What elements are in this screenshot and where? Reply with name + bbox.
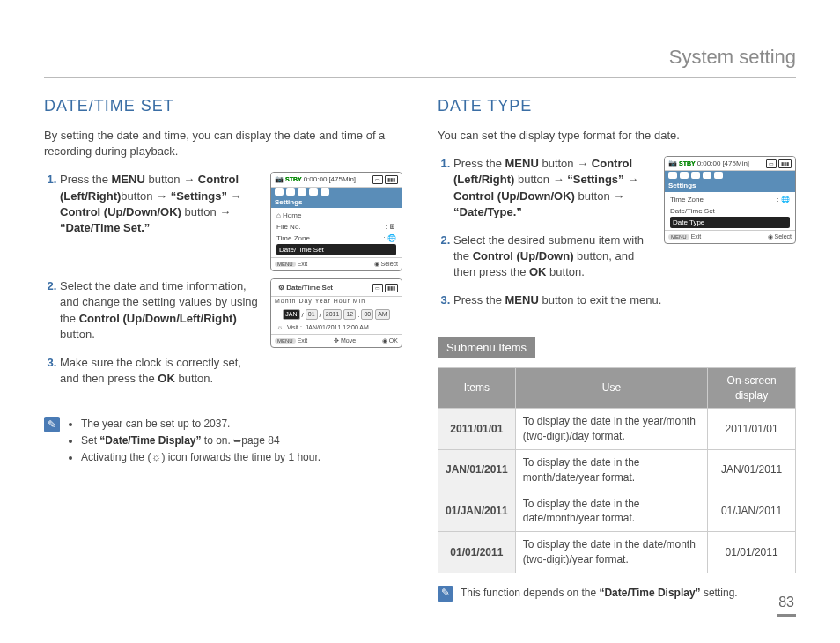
- left-step-2: Select the date and time information, an…: [60, 278, 262, 343]
- submenu-header: Submenu Items: [438, 337, 535, 358]
- left-step-1: Press the MENU button → Control (Left/Ri…: [60, 172, 262, 236]
- dst-icon: ☼: [275, 323, 285, 332]
- battery-icon: ▮▮▮: [385, 175, 398, 184]
- device-screenshot-datetime: ⚙ Date/Time Set ▭▮▮▮ Month Day Year Hour…: [270, 278, 402, 347]
- table-row: 01/01/2011To display the date in the dat…: [438, 532, 796, 573]
- note-icon: ✎: [44, 417, 60, 432]
- device-screenshot-settings: 📷 STBY 0:00:00 [475Min] ▭▮▮▮ Settings ⌂ …: [270, 172, 402, 271]
- table-row: 2011/01/01To display the date in the yea…: [438, 409, 796, 450]
- battery-icon: ▮▮▮: [385, 284, 398, 292]
- tip-1: The year can be set up to 2037.: [81, 417, 321, 432]
- page-title: System setting: [44, 44, 796, 78]
- sd-icon: ▭: [372, 175, 383, 184]
- right-step-3: Press the MENU button to exit the menu.: [453, 292, 796, 308]
- right-step-1: Press the MENU button → Control (Left/Ri…: [453, 156, 655, 220]
- right-step-2: Select the desired submenu item with the…: [453, 233, 655, 281]
- right-heading: DATE TYPE: [438, 95, 796, 117]
- left-step-3: Make sure the clock is correctly set, an…: [60, 355, 262, 387]
- submenu-table: Items Use On-screen display 2011/01/01To…: [438, 367, 796, 573]
- left-intro: By setting the date and time, you can di…: [44, 128, 402, 159]
- col-items: Items: [438, 367, 516, 409]
- battery-icon: ▮▮▮: [778, 159, 792, 168]
- dst-icon: ☼: [151, 450, 161, 465]
- camcorder-icon: 📷: [275, 174, 284, 184]
- footnote: ✎ This function depends on the Date/Time…: [438, 586, 796, 602]
- device-screenshot-datetype: 📷 STBY 0:00:00 [475Min] ▭▮▮▮ Settings Ti…: [664, 156, 796, 244]
- sd-icon: ▭: [766, 159, 777, 168]
- right-intro: You can set the display type format for …: [438, 128, 796, 144]
- sd-icon: ▭: [372, 284, 383, 292]
- col-use: Use: [515, 367, 707, 409]
- table-row: JAN/01/2011To display the date in the mo…: [438, 450, 796, 491]
- col-display: On-screen display: [708, 367, 796, 409]
- tip-2: Set Date/Time Display to on. ➥page 84: [81, 433, 321, 448]
- camcorder-icon: 📷: [668, 159, 677, 168]
- tip-3: Activating the (☼) icon forwards the tim…: [81, 450, 321, 465]
- tips-block: ✎ The year can be set up to 2037. Set Da…: [44, 417, 402, 466]
- table-row: 01/JAN/2011To display the date in the da…: [438, 491, 796, 532]
- page-number: 83: [777, 593, 796, 617]
- note-icon: ✎: [438, 586, 453, 602]
- left-heading: DATE/TIME SET: [44, 95, 402, 117]
